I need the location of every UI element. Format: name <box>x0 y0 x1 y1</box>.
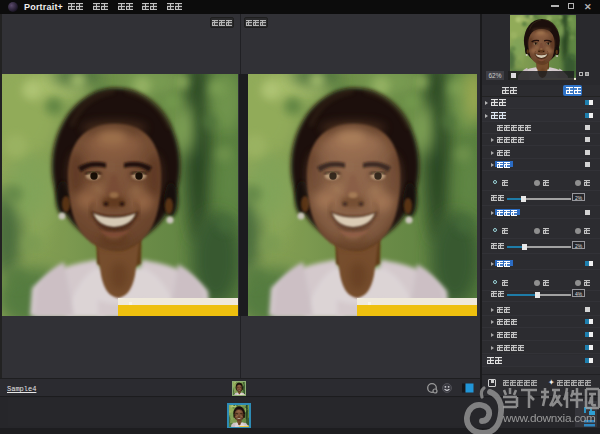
svg-text:www.downxia.com: www.downxia.com <box>502 411 596 425</box>
